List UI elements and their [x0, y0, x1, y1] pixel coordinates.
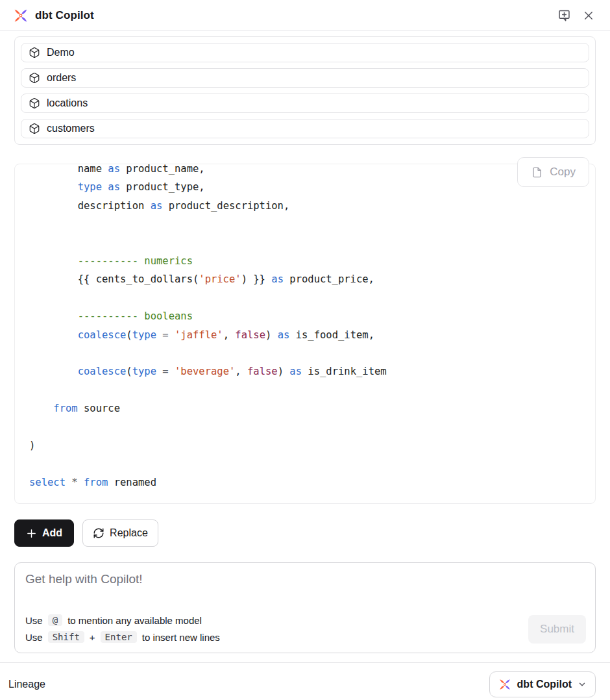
model-chip-label: Demo: [47, 47, 75, 58]
plus-icon: [26, 528, 37, 539]
copy-icon: [531, 166, 543, 179]
copilot-panel: dbt Copilot: [0, 0, 610, 700]
replace-button[interactable]: Replace: [82, 519, 158, 547]
code-block-wrapper: name as product_name, type as product_ty…: [14, 164, 596, 504]
prompt-input[interactable]: [25, 572, 361, 594]
newline-hint: Use Shift + Enter to insert new lines: [25, 629, 220, 645]
composer-hints: Use @ to mention any available model Use…: [25, 612, 220, 645]
sql-code: name as product_name, type as product_ty…: [29, 164, 595, 492]
package-icon: [29, 123, 40, 134]
hint-text: to insert new lines: [142, 632, 220, 643]
close-icon: [583, 10, 594, 21]
shift-key-badge: Shift: [48, 631, 84, 643]
model-chip-label: orders: [47, 72, 76, 84]
footer: Lineage dbt Copilot: [0, 662, 610, 700]
copy-button[interactable]: Copy: [517, 157, 589, 187]
dbt-copilot-logo-icon: [13, 8, 29, 23]
tab-lineage[interactable]: Lineage: [8, 679, 45, 690]
copilot-dropdown-button[interactable]: dbt Copilot: [489, 671, 596, 697]
refresh-icon: [93, 527, 104, 539]
package-icon: [29, 97, 40, 109]
model-chip-label: locations: [47, 97, 88, 109]
add-button[interactable]: Add: [14, 519, 74, 547]
model-chip-customers[interactable]: customers: [21, 119, 589, 138]
new-chat-button[interactable]: [556, 7, 572, 23]
hint-text: Use: [25, 632, 43, 643]
at-key-badge: @: [48, 614, 62, 626]
model-chip-demo[interactable]: Demo: [21, 43, 589, 62]
mention-hint: Use @ to mention any available model: [25, 612, 220, 629]
copilot-dropdown-label: dbt Copilot: [517, 679, 572, 690]
model-chip-label: customers: [47, 123, 95, 134]
code-block[interactable]: name as product_name, type as product_ty…: [14, 164, 596, 504]
replace-button-label: Replace: [110, 527, 148, 539]
header: dbt Copilot: [0, 0, 610, 31]
panel-title: dbt Copilot: [35, 9, 94, 22]
hint-text: to mention any available model: [67, 615, 202, 626]
model-list: Demo orders locations: [14, 36, 596, 145]
prompt-composer: Use @ to mention any available model Use…: [14, 562, 596, 653]
dbt-copilot-logo-icon: [498, 678, 511, 691]
hint-text: +: [90, 632, 95, 643]
action-buttons: Add Replace: [14, 519, 596, 547]
close-button[interactable]: [581, 8, 596, 23]
hint-text: Use: [25, 615, 43, 626]
message-square-plus-icon: [557, 8, 571, 22]
submit-button[interactable]: Submit: [528, 615, 586, 644]
package-icon: [29, 72, 40, 84]
model-chip-orders[interactable]: orders: [21, 68, 589, 88]
enter-key-badge: Enter: [101, 631, 137, 643]
package-icon: [29, 47, 40, 58]
model-chip-locations[interactable]: locations: [21, 94, 589, 113]
chevron-down-icon: [578, 680, 587, 689]
copy-button-label: Copy: [550, 166, 576, 179]
add-button-label: Add: [42, 527, 62, 539]
